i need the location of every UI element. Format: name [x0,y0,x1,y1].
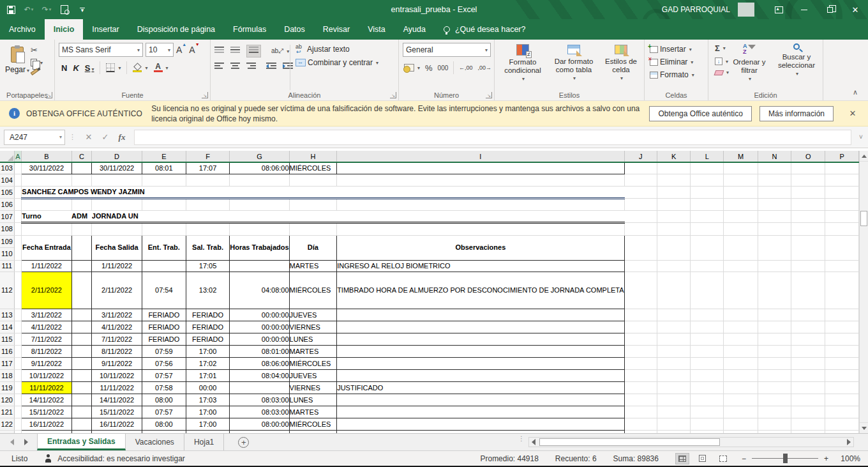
paste-button[interactable]: Pegar [4,44,31,90]
menu-tab-archivo[interactable]: Archivo [0,19,45,40]
cell[interactable]: 1/11/2022 [22,260,71,272]
cell[interactable] [14,198,22,210]
close-button[interactable]: ✕ [842,0,868,19]
cell[interactable] [624,210,657,222]
cell[interactable] [691,162,724,174]
cell[interactable]: 17:03 [186,394,229,406]
cell[interactable] [14,369,22,381]
insert-cells-button[interactable]: Insertar [650,45,705,54]
cell[interactable] [142,174,186,186]
format-cells-button[interactable]: Formato [650,70,705,79]
cell[interactable] [758,162,791,174]
cell[interactable] [14,406,22,418]
cell[interactable]: TIMBRADO HORA DE ALMUERZO POR DESCONOCIM… [337,272,624,309]
cell[interactable] [724,222,758,235]
cell[interactable] [230,174,289,186]
font-dialog-launcher[interactable] [202,92,208,98]
cell[interactable] [791,345,825,357]
menu-tab-f-rmulas[interactable]: Fórmulas [224,19,275,40]
column-header-G[interactable]: G [230,151,289,162]
cell[interactable] [657,345,691,357]
cell[interactable]: 08:01:00 [230,345,289,357]
cell[interactable]: 17:01 [186,369,229,381]
conditional-formatting-button[interactable]: Formato condicional [500,45,546,90]
clear-button[interactable] [715,70,730,75]
cell[interactable]: 08:06:00 [230,162,289,174]
number-dialog-launcher[interactable] [486,92,492,98]
cell[interactable]: 11/11/2022 [92,381,142,394]
cell[interactable] [825,309,859,321]
cell[interactable]: 13:02 [186,272,229,309]
cell[interactable] [14,418,22,430]
cell[interactable] [14,210,22,222]
cell[interactable] [186,198,229,210]
cell[interactable] [825,333,859,345]
cell[interactable] [71,345,92,357]
menu-tab-vista[interactable]: Vista [359,19,394,40]
table-header-cell[interactable]: Observaciones [337,235,624,260]
cell[interactable] [14,272,22,309]
scroll-right-icon[interactable] [844,438,853,447]
cell[interactable]: 10/11/2022 [22,369,71,381]
row-header[interactable]: 111 [0,260,14,272]
cell[interactable] [724,394,758,406]
cell[interactable]: 08:00 [142,418,186,430]
cell[interactable] [657,357,691,369]
cell[interactable] [337,162,624,174]
enter-icon[interactable]: ✓ [97,132,114,142]
cell[interactable] [71,309,92,321]
row-header[interactable]: 118 [0,369,14,381]
cell[interactable] [624,235,657,260]
cell[interactable] [657,198,691,210]
row-header[interactable]: 116 [0,345,14,357]
cell[interactable] [791,309,825,321]
cell[interactable] [230,381,289,394]
cell[interactable] [691,345,724,357]
cell[interactable] [337,174,624,186]
cell[interactable] [14,186,22,198]
cell[interactable] [825,210,859,222]
previous-sheet-icon[interactable] [10,439,14,445]
cell[interactable]: VIERNES [289,321,337,333]
italic-button[interactable]: K [73,63,79,73]
next-sheet-icon[interactable] [24,439,28,445]
cell[interactable]: 07:57 [142,369,186,381]
cell[interactable] [724,186,758,198]
cell[interactable]: MIÉRCOLES [289,418,337,430]
name-box[interactable]: A247 [4,130,65,145]
user-name[interactable]: GAD PARROQUIAL [662,5,730,14]
delete-cells-button[interactable]: Eliminar [650,57,705,66]
cell[interactable] [624,272,657,309]
row-header[interactable]: 113 [0,309,14,321]
cell[interactable]: 4/11/2022 [92,321,142,333]
cell[interactable]: 30/11/2022 [22,162,71,174]
page-layout-view-button[interactable] [696,453,710,464]
cell[interactable]: 15/11/2022 [92,406,142,418]
cell[interactable] [657,235,691,260]
column-header-E[interactable]: E [142,151,186,162]
row-header[interactable]: 122 [0,418,14,430]
cell[interactable]: JUSTIFICADO [337,381,624,394]
cell[interactable] [791,369,825,381]
vertical-scrollbar-thumb[interactable] [860,211,867,226]
cell[interactable] [624,198,657,210]
cell[interactable]: 17:07 [186,162,229,174]
cell[interactable] [758,321,791,333]
cell[interactable]: 8/11/2022 [92,345,142,357]
cell[interactable] [14,235,22,260]
row-header[interactable]: 105 [0,186,14,198]
align-left-button[interactable] [214,63,224,72]
cell[interactable] [14,222,22,235]
scroll-left-icon[interactable] [529,438,538,447]
cell[interactable]: 17:05 [186,260,229,272]
cell[interactable] [624,418,657,430]
find-select-button[interactable]: Buscar y seleccionar [773,43,820,90]
cell[interactable] [71,394,92,406]
cell[interactable] [657,260,691,272]
cell[interactable] [724,162,758,174]
cell[interactable]: 8/11/2022 [22,345,71,357]
decrease-indent-button[interactable] [266,63,276,72]
column-header-K[interactable]: K [657,151,691,162]
cell[interactable] [22,174,71,186]
wrap-text-button[interactable]: Ajustar texto [296,45,378,54]
